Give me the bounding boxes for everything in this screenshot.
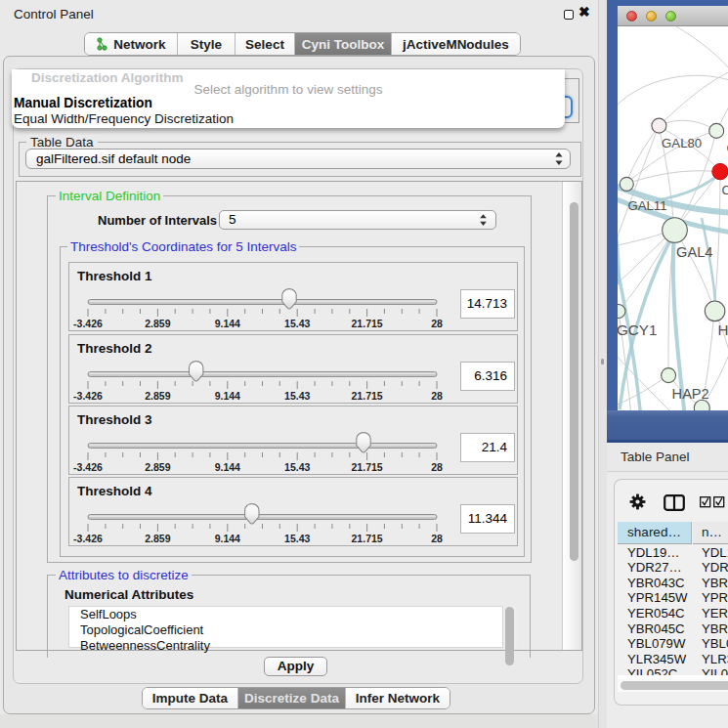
svg-text:21.715: 21.715 bbox=[352, 461, 383, 473]
svg-text:C: C bbox=[722, 183, 728, 197]
svg-text:9.144: 9.144 bbox=[215, 318, 240, 329]
svg-text:-3.426: -3.426 bbox=[73, 533, 103, 544]
svg-text:GCY1: GCY1 bbox=[618, 321, 657, 338]
svg-text:GAL4: GAL4 bbox=[676, 244, 712, 260]
svg-text:15.43: 15.43 bbox=[284, 533, 310, 544]
svg-text:9.144: 9.144 bbox=[215, 461, 240, 473]
svg-text:15.43: 15.43 bbox=[284, 390, 310, 402]
svg-text:GAL11: GAL11 bbox=[627, 198, 666, 213]
svg-text:GAL80: GAL80 bbox=[662, 136, 702, 150]
svg-text:9.144: 9.144 bbox=[215, 390, 240, 402]
svg-text:2.859: 2.859 bbox=[145, 390, 170, 402]
svg-text:28: 28 bbox=[431, 533, 443, 544]
svg-text:28: 28 bbox=[431, 461, 443, 473]
svg-text:28: 28 bbox=[431, 318, 443, 329]
svg-text:-3.426: -3.426 bbox=[73, 461, 103, 473]
svg-text:2.859: 2.859 bbox=[145, 318, 170, 329]
svg-text:28: 28 bbox=[431, 390, 443, 402]
svg-text:21.715: 21.715 bbox=[352, 390, 383, 402]
svg-text:2.859: 2.859 bbox=[145, 461, 170, 473]
svg-text:H: H bbox=[718, 321, 728, 338]
svg-text:9.144: 9.144 bbox=[215, 533, 240, 544]
svg-text:21.715: 21.715 bbox=[352, 318, 383, 329]
svg-text:-3.426: -3.426 bbox=[73, 318, 103, 329]
svg-text:2.859: 2.859 bbox=[145, 533, 170, 544]
svg-text:21.715: 21.715 bbox=[352, 533, 383, 544]
svg-text:HAP2: HAP2 bbox=[672, 386, 709, 402]
svg-text:15.43: 15.43 bbox=[284, 318, 310, 329]
svg-text:-3.426: -3.426 bbox=[73, 390, 103, 402]
svg-text:15.43: 15.43 bbox=[284, 461, 310, 473]
